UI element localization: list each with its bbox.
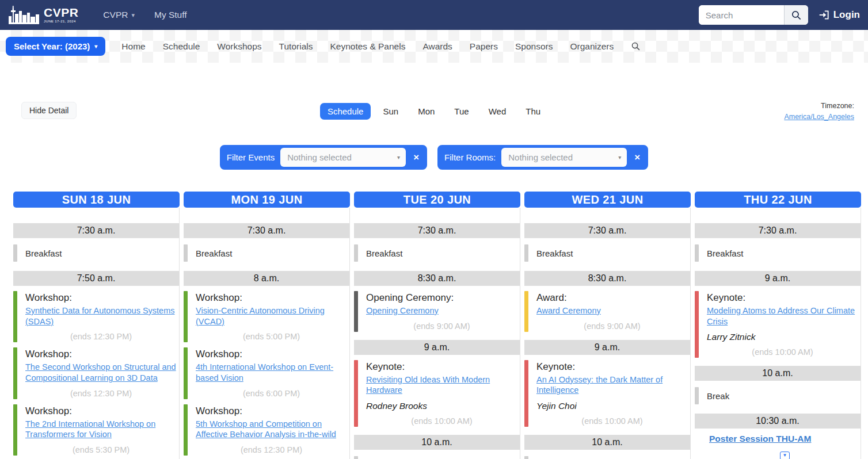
event-color-bar [354,244,358,262]
event-color-bar [13,244,17,262]
event-keynote: Keynote: An AI Odyssey: the Dark Matter … [524,360,690,427]
event-speaker: Yejin Choi [536,401,688,411]
day-header: MON 19 JUN [184,192,350,208]
event-end-time: (ends 5:00 PM) [196,332,347,341]
tab-sun[interactable]: Sun [375,103,406,120]
select-year-button[interactable]: Select Year: (2023) ▾ [6,37,105,56]
top-navbar: CVPR JUNE 17-21, 2024 CVPR ▾ My Stuff Lo… [0,0,868,30]
day-header: THU 22 JUN [695,192,861,208]
event-end-time: (ends 10:00 AM) [536,416,688,426]
event-workshop: Workshop: Vision-Centric Autonomous Driv… [184,291,349,342]
event-color-bar [13,404,17,456]
navbar-cvpr-dropdown[interactable]: CVPR ▾ [103,10,135,20]
brand-text: CVPR [44,6,78,18]
event-color-bar [695,387,699,404]
chevron-down-icon: ▾ [131,12,135,19]
event-color-bar [354,291,358,332]
search-button[interactable] [784,5,808,25]
filter-rooms-select[interactable]: Nothing selected ▾ [501,148,627,167]
filter-events-label: Filter Events [227,152,275,162]
nav-link-awards[interactable]: Awards [422,41,452,52]
event-breakfast: Breakfast [354,243,520,263]
event-color-bar [524,360,528,427]
nav-link-sponsors[interactable]: Sponsors [515,41,553,52]
poster-session-link[interactable]: Poster Session THU-AM [709,434,811,443]
event-break: Break [695,386,861,406]
event-type-label: Keynote: [707,292,858,304]
search-input[interactable] [699,5,784,25]
event-link[interactable]: Modeling Atoms to Address Our Climate Cr… [707,306,855,326]
search-icon [791,10,802,21]
cvpr-logo[interactable]: CVPR JUNE 17-21, 2024 [8,5,78,25]
event-type-label: Award: [536,292,688,304]
tab-schedule[interactable]: Schedule [320,103,371,120]
filter-events-select[interactable]: Nothing selected ▾ [280,148,406,167]
hide-detail-button[interactable]: Hide Detail [21,102,77,119]
filter-events-clear-button[interactable]: × [413,152,419,163]
navbar-my-stuff[interactable]: My Stuff [154,10,187,20]
subnav-search-icon[interactable] [631,41,641,51]
time-slot-header: 8:30 a.m. [354,271,520,286]
event-color-bar [524,456,528,459]
filter-events-group: Filter Events Nothing selected ▾ × [220,145,427,170]
event-link[interactable]: The 2nd International Workshop on Transf… [25,419,155,439]
event-link[interactable]: An AI Odyssey: the Dark Matter of Intell… [536,375,663,395]
timezone-block: Timezone: America/Los_Angeles [784,101,854,123]
nav-link-home[interactable]: Home [121,41,145,52]
event-workshop: Workshop: 4th International Workshop on … [184,347,349,399]
expand-icon[interactable]: ▼ [780,452,790,459]
day-header: WED 21 JUN [524,192,691,208]
tab-mon[interactable]: Mon [410,103,442,120]
event-color-bar [354,360,358,427]
event-speaker: Larry Zitnick [707,332,858,342]
event-link[interactable]: Award Ceremony [536,306,601,315]
event-poster-session: Poster Session THU-AM ▼ (ends 12:00 PM) [695,434,861,459]
event-link[interactable]: 5th Workshop and Competition on Affectiv… [196,419,336,439]
chevron-down-icon: ▾ [94,43,97,49]
event-color-bar [184,244,188,262]
time-slot-header: 10 a.m. [524,435,690,450]
event-speaker: Rodney Brooks [366,401,517,411]
event-end-time: (ends 6:00 PM) [196,389,347,398]
event-link[interactable]: Revisiting Old Ideas With Modern Hardwar… [366,375,490,395]
event-color-bar [524,244,528,262]
event-color-bar [184,347,188,399]
event-type-label: Workshop: [25,349,177,360]
nav-link-schedule[interactable]: Schedule [163,41,200,52]
time-slot-header: 10 a.m. [695,366,861,381]
event-link[interactable]: 4th International Workshop on Event-base… [196,362,333,382]
time-slot-header: 7:30 a.m. [184,223,349,238]
event-end-time: (ends 9:00 AM) [536,322,688,331]
event-color-bar [695,291,699,358]
event-color-bar [184,404,188,456]
event-breakfast: Breakfast [695,243,861,263]
event-breakfast: Breakfast [184,243,349,263]
event-link[interactable]: Vision-Centric Autonomous Driving (VCAD) [196,306,325,326]
nav-link-keynotes-panels[interactable]: Keynotes & Panels [330,41,405,52]
time-slot-header: 9 a.m. [354,340,520,355]
time-slot-header: 10:30 a.m. [695,414,861,429]
tab-wed[interactable]: Wed [481,103,514,120]
event-type-label: Keynote: [536,361,688,373]
seattle-skyline-icon [8,5,41,25]
nav-link-organizers[interactable]: Organizers [570,41,614,52]
nav-link-papers[interactable]: Papers [470,41,498,52]
timezone-link[interactable]: America/Los_Angeles [784,113,854,121]
event-workshop: Workshop: The Second Workshop on Structu… [13,347,179,399]
event-workshop: Workshop: 5th Workshop and Competition o… [184,404,349,456]
nav-link-workshops[interactable]: Workshops [217,41,261,52]
event-link[interactable]: The Second Workshop on Structural and Co… [25,362,176,382]
login-button[interactable]: Login [818,9,860,21]
nav-link-tutorials[interactable]: Tutorials [279,41,313,52]
filter-rooms-clear-button[interactable]: × [634,152,640,163]
event-link[interactable]: Opening Ceremony [366,306,439,315]
event-color-bar [695,244,699,262]
time-slot-header: 7:30 a.m. [524,223,690,238]
event-color-bar [13,347,17,399]
navbar-search-group [699,5,808,25]
tab-thu[interactable]: Thu [518,103,548,120]
tab-tue[interactable]: Tue [447,103,476,120]
day-column-thu: THU 22 JUN 7:30 a.m. Breakfast 9 a.m. Ke… [695,192,861,459]
event-type-label: Opening Ceremony: [366,292,517,304]
event-link[interactable]: Synthetic Data for Autonomous Systems (S… [25,306,175,326]
